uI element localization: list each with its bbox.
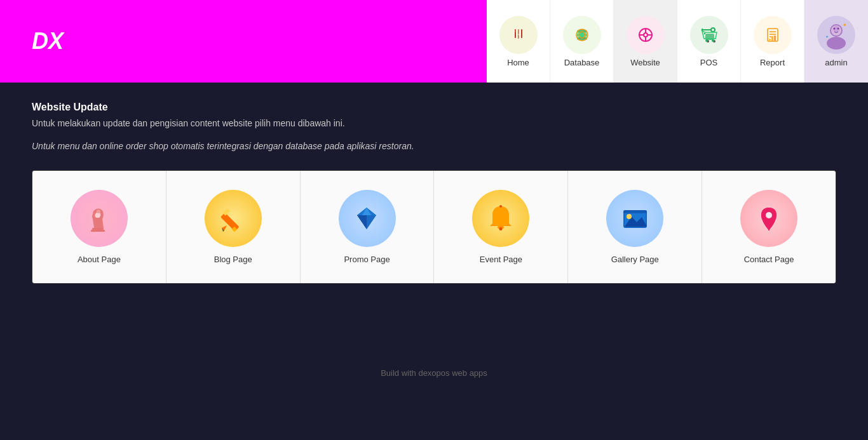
app-container: DX Home — [0, 0, 868, 390]
about-label: About Page — [78, 255, 121, 264]
svg-point-36 — [837, 27, 839, 29]
svg-marker-49 — [357, 215, 367, 229]
nav-item-pos[interactable]: POS — [677, 0, 741, 83]
update-note: Untuk menu dan online order shop otomati… — [32, 141, 836, 151]
report-icon — [763, 25, 783, 45]
update-description: Untuk melakukan update dan pengisian con… — [32, 118, 836, 128]
svg-rect-2 — [515, 29, 516, 32]
promo-icon-circle — [339, 190, 396, 247]
svg-rect-41 — [91, 230, 105, 232]
cards-grid: About Page Blog Page — [32, 170, 836, 284]
gallery-icon-circle — [606, 190, 663, 247]
event-icon — [484, 201, 519, 236]
card-promo[interactable]: Promo Page — [301, 171, 435, 283]
nav-item-admin[interactable]: ✦ ✦ admin — [804, 0, 868, 83]
footer: Build with dexopos web apps — [0, 356, 868, 390]
svg-point-18 — [711, 28, 715, 32]
blog-icon — [215, 201, 250, 236]
website-icon-circle — [627, 16, 665, 54]
svg-text:✦: ✦ — [843, 22, 847, 28]
nav-item-website[interactable]: Website — [614, 0, 677, 83]
pos-label: POS — [700, 58, 717, 67]
nav-bar: Home Database — [487, 0, 868, 83]
svg-point-23 — [712, 39, 714, 42]
svg-point-54 — [499, 205, 502, 208]
home-icon — [508, 25, 529, 45]
database-icon-circle — [563, 16, 601, 54]
svg-rect-29 — [774, 36, 776, 41]
svg-point-61 — [766, 212, 772, 218]
svg-point-22 — [705, 39, 708, 42]
about-icon — [81, 201, 116, 236]
update-title: Website Update — [32, 102, 836, 113]
event-label: Event Page — [480, 255, 522, 264]
report-label: Report — [760, 58, 785, 67]
gallery-label: Gallery Page — [611, 255, 659, 264]
svg-text:✦: ✦ — [825, 35, 829, 39]
home-icon-circle — [499, 16, 538, 54]
footer-text: Build with dexopos web apps — [381, 368, 487, 378]
database-label: Database — [564, 58, 600, 67]
admin-avatar-icon: ✦ ✦ — [820, 19, 852, 51]
card-contact[interactable]: Contact Page — [702, 171, 836, 283]
event-icon-circle — [472, 190, 529, 247]
card-event[interactable]: Event Page — [434, 171, 568, 283]
website-icon — [635, 25, 656, 45]
website-label: Website — [630, 58, 660, 67]
svg-point-32 — [827, 37, 846, 50]
svg-rect-59 — [623, 210, 647, 213]
svg-rect-28 — [771, 37, 773, 41]
pos-icon — [699, 25, 719, 45]
svg-rect-40 — [92, 228, 104, 230]
contact-icon-circle — [740, 190, 797, 247]
about-icon-circle — [71, 190, 128, 247]
svg-point-13 — [644, 33, 648, 37]
contact-icon — [752, 201, 787, 236]
blog-label: Blog Page — [214, 255, 252, 264]
pos-icon-circle — [690, 16, 728, 54]
promo-icon — [349, 201, 384, 236]
main-content: Website Update Untuk melakukan update da… — [0, 83, 868, 356]
blog-icon-circle — [205, 190, 262, 247]
header: DX Home — [0, 0, 868, 83]
svg-rect-4 — [521, 29, 522, 38]
home-label: Home — [507, 58, 529, 67]
svg-rect-30 — [769, 39, 771, 41]
svg-point-39 — [97, 210, 100, 213]
nav-item-database[interactable]: Database — [550, 0, 614, 83]
gallery-icon — [618, 201, 653, 236]
contact-label: Contact Page — [744, 255, 794, 264]
admin-label: admin — [825, 58, 847, 67]
svg-point-53 — [499, 227, 502, 230]
nav-item-report[interactable]: Report — [741, 0, 804, 83]
svg-rect-3 — [518, 29, 519, 34]
promo-label: Promo Page — [344, 255, 390, 264]
nav-item-home[interactable]: Home — [487, 0, 550, 83]
card-gallery[interactable]: Gallery Page — [568, 171, 702, 283]
svg-point-58 — [627, 214, 632, 219]
admin-avatar: ✦ ✦ — [817, 16, 855, 54]
svg-marker-50 — [367, 215, 376, 229]
report-icon-circle — [754, 16, 792, 54]
logo: DX — [0, 28, 487, 55]
card-about[interactable]: About Page — [32, 171, 166, 283]
svg-point-35 — [834, 27, 836, 29]
svg-point-7 — [577, 37, 587, 41]
card-blog[interactable]: Blog Page — [166, 171, 301, 283]
database-icon — [572, 25, 592, 45]
